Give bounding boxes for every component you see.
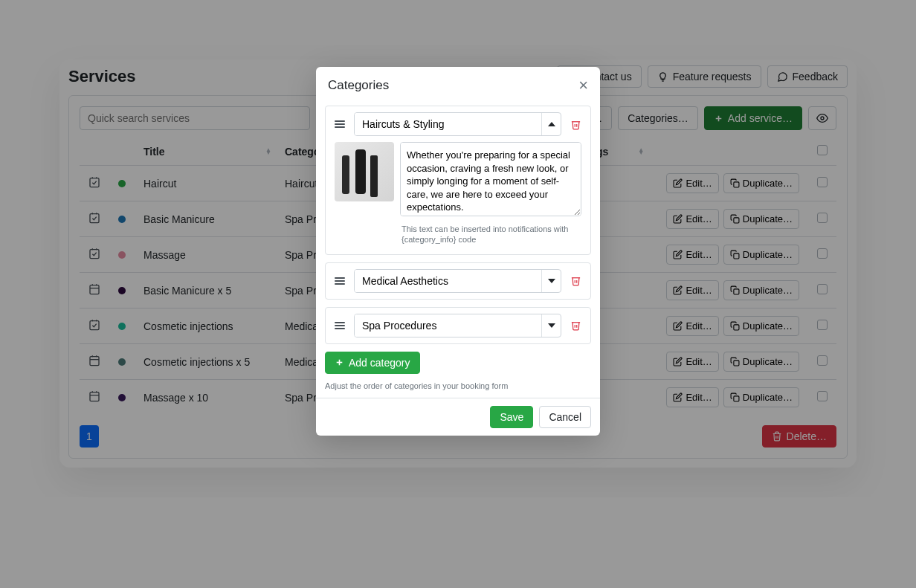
close-icon[interactable]: × [578,77,588,94]
plus-icon [335,358,344,367]
modal-title: Categories [328,78,389,93]
trash-icon [570,275,581,286]
collapse-toggle[interactable] [541,113,561,135]
delete-category-button[interactable] [567,116,584,133]
category-name-input[interactable] [355,113,541,135]
caret-up-icon [548,120,555,128]
cancel-button[interactable]: Cancel [539,406,591,428]
category-item [325,307,591,344]
category-name-input[interactable] [355,270,541,292]
delete-category-button[interactable] [567,272,584,289]
drag-handle-icon[interactable] [332,274,348,288]
category-name-input[interactable] [355,314,541,337]
drag-handle-icon[interactable] [332,319,348,332]
category-image[interactable] [335,142,394,201]
add-category-button[interactable]: Add category [325,352,420,374]
trash-icon [570,320,581,331]
reorder-tip: Adjust the order of categories in your b… [325,381,591,390]
caret-down-icon [548,277,555,285]
expand-toggle[interactable] [541,270,561,292]
expand-toggle[interactable] [541,314,561,337]
category-item [325,262,591,300]
caret-down-icon [548,322,555,329]
modal-overlay: Categories × [0,0,916,497]
trash-icon [570,119,581,130]
category-description-textarea[interactable] [400,142,581,216]
delete-category-button[interactable] [567,317,584,334]
drag-handle-icon[interactable] [332,117,348,131]
save-button[interactable]: Save [490,406,533,428]
help-text: This text can be inserted into notificat… [335,224,581,245]
category-item: This text can be inserted into notificat… [325,106,591,255]
categories-modal: Categories × [316,67,600,436]
